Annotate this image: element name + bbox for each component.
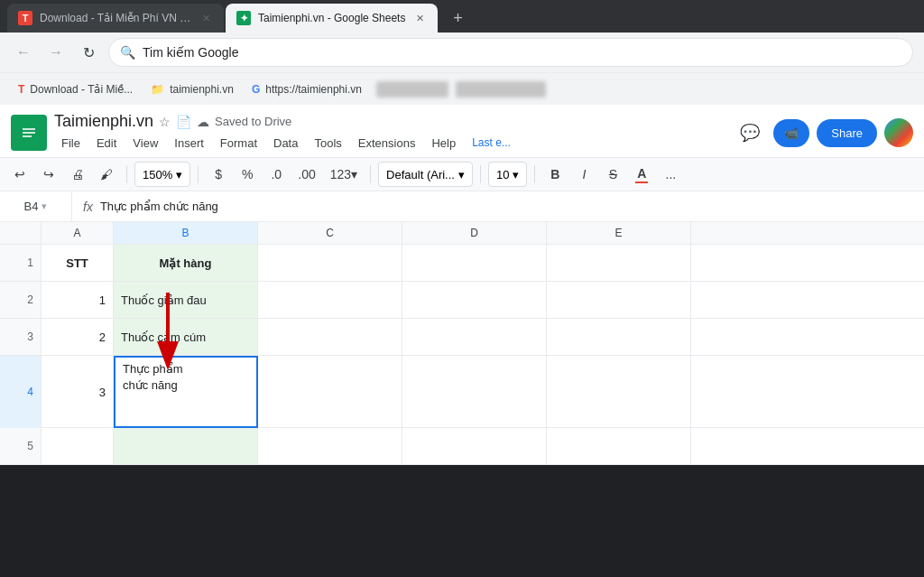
cell-b4[interactable]: Thực phẩmchức năng (114, 356, 258, 428)
col-header-c[interactable]: C (258, 222, 402, 244)
sheets-header: Taimienphi.vn ☆ 📄 ☁ Saved to Drive File … (0, 105, 924, 157)
menu-view[interactable]: View (125, 133, 165, 154)
font-select[interactable]: Default (Ari... ▾ (378, 162, 473, 187)
menu-edit[interactable]: Edit (89, 133, 124, 154)
folder-icon[interactable]: 📄 (176, 115, 191, 129)
row-5: 5 (0, 428, 924, 465)
font-size-value: 10 (496, 168, 509, 181)
user-avatar[interactable] (884, 118, 913, 147)
cell-e5[interactable] (547, 428, 691, 464)
cell-ref-divider: ▾ (42, 200, 47, 212)
tab-2[interactable]: ✦ Taimienphi.vn - Google Sheets ✕ (226, 4, 438, 33)
cell-a3[interactable]: 2 (42, 319, 114, 355)
bold-button[interactable]: B (542, 162, 568, 187)
row-num-header (0, 222, 42, 244)
back-button[interactable]: ← (11, 40, 36, 65)
decimal-inc-button[interactable]: .00 (292, 162, 320, 187)
more-formats-button[interactable]: 123 ▾ (325, 162, 363, 187)
cell-c2[interactable] (258, 282, 402, 318)
tab2-icon: ✦ (236, 11, 251, 25)
url-bar[interactable]: 🔍 Tim kiếm Google (108, 38, 913, 67)
divider-2 (198, 165, 199, 183)
italic-button[interactable]: I (571, 162, 596, 187)
bookmark-1[interactable]: T Download - Tải Miề... (11, 79, 140, 99)
underline-button[interactable]: A (629, 162, 654, 187)
cell-c4[interactable] (258, 356, 402, 428)
menu-data[interactable]: Data (266, 133, 305, 154)
menu-tools[interactable]: Tools (307, 133, 348, 154)
cell-d4[interactable] (402, 356, 547, 428)
row-4-num: 4 (0, 356, 42, 428)
cell-ref-box[interactable]: B4 ▾ (0, 191, 72, 221)
cell-e4[interactable] (547, 356, 691, 428)
menu-extensions[interactable]: Extensions (351, 133, 423, 154)
row-5-num: 5 (0, 428, 42, 464)
menu-format[interactable]: Format (213, 133, 264, 154)
bookmarks-bar: T Download - Tải Miề... 📁 taimienphi.vn … (0, 72, 924, 105)
bookmark-blurred-2 (456, 81, 546, 98)
currency-button[interactable]: $ (206, 162, 231, 187)
col-header-a[interactable]: A (42, 222, 114, 244)
comment-icon-btn[interactable]: 💬 (734, 116, 766, 149)
menu-file[interactable]: File (54, 133, 88, 154)
print-button[interactable]: 🖨 (65, 162, 90, 187)
menu-insert[interactable]: Insert (167, 133, 211, 154)
last-edit[interactable]: Last e... (465, 133, 518, 154)
undo-button[interactable]: ↩ (7, 162, 32, 187)
paint-button[interactable]: 🖌 (94, 162, 119, 187)
menu-help[interactable]: Help (424, 133, 463, 154)
cell-ref-bar: B4 ▾ fx Thực phẩm chức năng (0, 191, 924, 222)
font-size-chevron: ▾ (513, 168, 519, 181)
col-header-b[interactable]: B (114, 222, 258, 244)
redo-button[interactable]: ↪ (36, 162, 61, 187)
font-size-select[interactable]: 10 ▾ (488, 162, 527, 187)
cell-e1[interactable] (547, 245, 691, 281)
cell-c1[interactable] (258, 245, 402, 281)
title-text: Taimienphi.vn (54, 112, 153, 131)
cell-d2[interactable] (402, 282, 547, 318)
divider-1 (126, 165, 127, 183)
cell-d1[interactable] (402, 245, 547, 281)
star-icon[interactable]: ☆ (159, 115, 171, 129)
bookmark-3[interactable]: G https://taimienphi.vn (245, 79, 369, 99)
col-header-e[interactable]: E (547, 222, 691, 244)
cell-d5[interactable] (402, 428, 547, 464)
cell-e2[interactable] (547, 282, 691, 318)
refresh-button[interactable]: ↻ (76, 40, 101, 65)
cell-b2[interactable]: Thuốc giảm đau (114, 282, 258, 318)
cell-c5[interactable] (258, 428, 402, 464)
bookmark1-label: Download - Tải Miề... (30, 83, 133, 96)
tab1-close[interactable]: ✕ (199, 11, 213, 25)
cell-b5[interactable] (114, 428, 258, 464)
svg-rect-3 (23, 135, 32, 137)
cell-d3[interactable] (402, 319, 547, 355)
col-header-d[interactable]: D (402, 222, 547, 244)
zoom-select[interactable]: 150% ▾ (134, 162, 190, 187)
tab-1[interactable]: T Download - Tải Miễn Phí VN - P... ✕ (7, 4, 224, 33)
cell-a1[interactable]: STT (42, 245, 114, 281)
percent-button[interactable]: % (235, 162, 260, 187)
forward-button[interactable]: → (43, 40, 69, 65)
format-toolbar: ↩ ↪ 🖨 🖌 150% ▾ $ % .0 .00 123 ▾ Default … (0, 157, 924, 191)
cell-a2[interactable]: 1 (42, 282, 114, 318)
add-tab-button[interactable]: + (443, 4, 472, 33)
row-4: 4 3 Thực phẩmchức năng (0, 356, 924, 428)
bookmark-2[interactable]: 📁 taimienphi.vn (143, 79, 241, 99)
cell-a5[interactable] (42, 428, 114, 464)
underline-bar (635, 181, 648, 183)
zoom-value: 150% (143, 168, 172, 181)
cell-b1[interactable]: Mặt hàng (114, 245, 258, 281)
more-toolbar-button[interactable]: ... (658, 162, 683, 187)
tab2-close[interactable]: ✕ (412, 11, 427, 25)
share-button[interactable]: Share (817, 119, 877, 147)
cell-b4-wrapper: Thực phẩmchức năng (114, 356, 258, 428)
cell-b3[interactable]: Thuốc cảm cúm (114, 319, 258, 355)
cell-e3[interactable] (547, 319, 691, 355)
formats-chevron: ▾ (351, 167, 357, 181)
cell-a4[interactable]: 3 (42, 356, 114, 428)
cell-c3[interactable] (258, 319, 402, 355)
meet-button[interactable]: 📹 (773, 119, 809, 147)
decimal-dec-button[interactable]: .0 (263, 162, 289, 187)
cloud-icon: ☁ (197, 115, 209, 129)
strikethrough-button[interactable]: S (600, 162, 625, 187)
